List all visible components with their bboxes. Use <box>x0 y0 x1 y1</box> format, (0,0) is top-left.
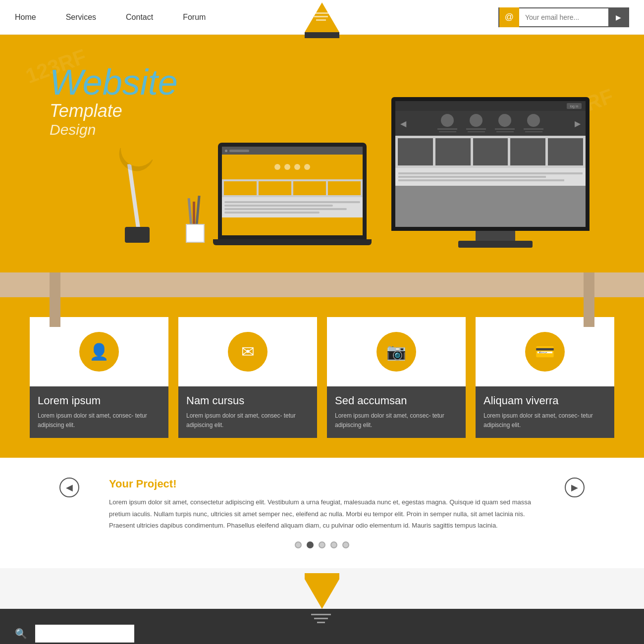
hero-section: 123RF 123RF 123RF Website Template Desig… <box>0 35 644 272</box>
card-1-title: Lorem ipsum <box>38 394 161 407</box>
desk-leg-left <box>50 272 60 327</box>
dot-5[interactable] <box>342 541 349 548</box>
card-1-icon: 👤 <box>79 332 119 372</box>
card-2-icon-area: ✉ <box>178 317 317 386</box>
card-3-icon-area: 📷 <box>327 317 466 386</box>
project-next-button[interactable]: ▶ <box>565 478 585 497</box>
nav-forum[interactable]: Forum <box>183 13 206 22</box>
pencil-cup <box>186 224 205 243</box>
email-submit-button[interactable]: ▶ <box>608 7 628 27</box>
card-3-desc: Lorem ipsum dolor sit amet, consec- tetu… <box>335 411 458 430</box>
dot-1[interactable] <box>295 541 302 548</box>
lamp-arm <box>127 164 140 228</box>
desk-legs <box>0 272 644 327</box>
pyramid-base <box>305 32 339 38</box>
navbar: Home Services Contact Forum @ ▶ <box>0 0 644 35</box>
lamp-illustration <box>109 144 168 243</box>
laptop-illustration <box>213 143 372 245</box>
hero-text: Website Template Design <box>50 64 178 138</box>
dot-3[interactable] <box>319 541 325 548</box>
dot-4[interactable] <box>330 541 337 548</box>
pyramid-triangle <box>305 2 339 32</box>
project-content: Your Project! Lorem ipsum dolor sit amet… <box>99 478 545 548</box>
pyramid-lines <box>312 12 332 21</box>
card-4-title: Aliquam viverra <box>483 394 606 407</box>
pencil-3 <box>195 196 200 225</box>
pyramid-bottom-lines <box>311 614 333 623</box>
laptop-base <box>213 239 372 245</box>
laptop-screen <box>222 147 363 235</box>
email-at-icon: @ <box>499 7 519 27</box>
email-input[interactable] <box>519 8 608 26</box>
hero-sub2: Design <box>50 121 178 138</box>
lamp-shade <box>116 143 155 171</box>
monitor-stand-base <box>458 241 533 248</box>
pyramid-bottom-tri <box>305 579 339 609</box>
card-2: ✉ Nam cursus Lorem ipsum dolor sit amet,… <box>178 317 317 438</box>
laptop-screen-bezel <box>218 143 367 239</box>
project-title: Your Project! <box>109 478 535 490</box>
card-4-icon-area: 💳 <box>476 317 614 386</box>
hero-subtitle: Template <box>50 100 178 121</box>
email-subscription: @ ▶ <box>498 7 629 27</box>
nav-links: Home Services Contact Forum <box>15 13 206 22</box>
card-2-footer: Nam cursus Lorem ipsum dolor sit amet, c… <box>178 386 317 438</box>
monitor-bezel: log in ◀ <box>391 97 590 231</box>
card-2-title: Nam cursus <box>186 394 309 407</box>
pyramid-bottom <box>0 573 644 609</box>
monitor-stand <box>476 231 515 241</box>
desk-leg-right <box>584 272 594 327</box>
card-2-icon: ✉ <box>228 332 268 372</box>
card-4-footer: Aliquam viverra Lorem ipsum dolor sit am… <box>476 386 614 438</box>
card-3-title: Sed accumsan <box>335 394 458 407</box>
pyramid-bottom-base <box>305 573 339 579</box>
desk-surface <box>0 272 644 297</box>
nav-contact[interactable]: Contact <box>126 13 153 22</box>
hero-title: Website <box>50 64 178 100</box>
card-4-desc: Lorem ipsum dolor sit amet, consec- tetu… <box>483 411 606 430</box>
card-4: 💳 Aliquam viverra Lorem ipsum dolor sit … <box>476 317 614 438</box>
card-2-desc: Lorem ipsum dolor sit amet, consec- tetu… <box>186 411 309 430</box>
card-1-desc: Lorem ipsum dolor sit amet, consec- tetu… <box>38 411 161 430</box>
card-1-footer: Lorem ipsum Lorem ipsum dolor sit amet, … <box>30 386 168 438</box>
monitor-screen: log in ◀ <box>395 101 586 227</box>
nav-services[interactable]: Services <box>66 13 96 22</box>
card-1-icon-area: 👤 <box>30 317 168 386</box>
project-dots <box>109 541 535 548</box>
project-section: ◀ Your Project! Lorem ipsum dolor sit am… <box>0 458 644 568</box>
dot-2[interactable] <box>307 541 314 548</box>
footer-search-icon: 🔍 <box>15 628 27 640</box>
nav-home[interactable]: Home <box>15 13 36 22</box>
monitor-illustration: log in ◀ <box>391 97 599 248</box>
card-4-icon: 💳 <box>525 332 565 372</box>
card-3: 📷 Sed accumsan Lorem ipsum dolor sit ame… <box>327 317 466 438</box>
project-prev-button[interactable]: ◀ <box>59 478 79 497</box>
pencil-cup-illustration <box>186 203 211 243</box>
footer-search-input[interactable] <box>35 625 134 643</box>
card-3-icon: 📷 <box>376 332 416 372</box>
pyramid-top-logo <box>305 2 339 38</box>
project-description: Lorem ipsum dolor sit amet, consectetur … <box>109 496 535 531</box>
card-3-footer: Sed accumsan Lorem ipsum dolor sit amet,… <box>327 386 466 438</box>
pencil-1 <box>188 198 193 225</box>
pencil-2 <box>193 202 195 225</box>
pyramid-bottom-wrap <box>305 573 339 609</box>
lamp-base <box>125 227 150 243</box>
card-1: 👤 Lorem ipsum Lorem ipsum dolor sit amet… <box>30 317 168 438</box>
